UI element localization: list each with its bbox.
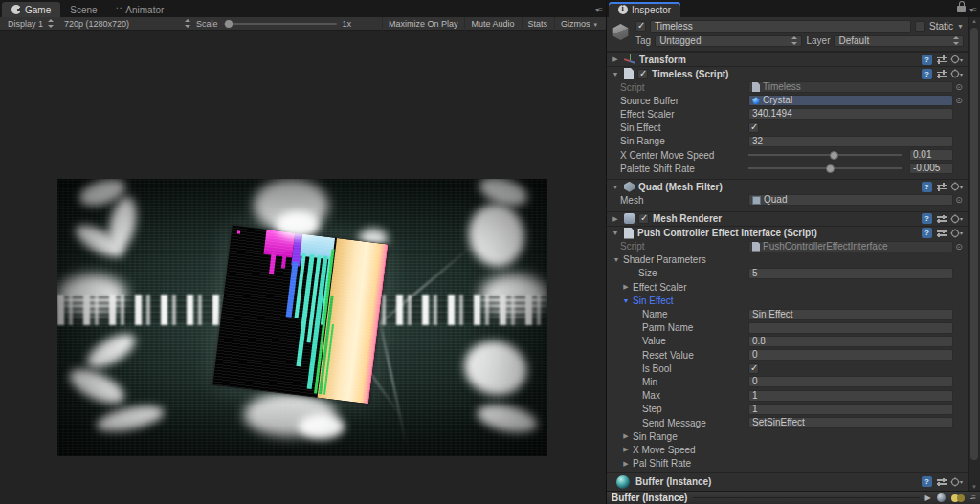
scale-slider[interactable] bbox=[224, 23, 337, 25]
source-buffer-object-field[interactable]: Crystal bbox=[748, 95, 953, 106]
component-header-transform[interactable]: ▶ Transform ▾ bbox=[607, 52, 968, 66]
object-picker-icon[interactable]: ⊙ bbox=[953, 195, 965, 205]
max-field[interactable]: 1 bbox=[748, 390, 953, 402]
object-picker-icon[interactable]: ⊙ bbox=[953, 82, 965, 92]
component-enabled-checkbox[interactable] bbox=[638, 213, 649, 224]
tab-game[interactable]: Game bbox=[2, 2, 60, 17]
mute-audio-button[interactable]: Mute Audio bbox=[464, 17, 520, 31]
inspector-scrollbar[interactable]: ▲ ▼ bbox=[968, 17, 980, 491]
help-icon[interactable] bbox=[922, 69, 932, 79]
property-label: Size bbox=[607, 268, 748, 278]
preset-icon[interactable] bbox=[937, 477, 947, 486]
component-enabled-checkbox[interactable] bbox=[637, 69, 648, 79]
sin-range-field[interactable]: 32 bbox=[748, 136, 953, 147]
component-header-meshfilter[interactable]: ▼ Quad (Mesh Filter) ▾ bbox=[607, 179, 968, 193]
name-field[interactable]: Sin Effect bbox=[748, 309, 953, 320]
property-label: Script bbox=[607, 241, 748, 252]
component-header-timeless[interactable]: ▼ Timeless (Script) ▾ bbox=[607, 66, 968, 80]
x-center-value-field[interactable]: 0.01 bbox=[909, 149, 953, 161]
preset-icon[interactable] bbox=[937, 214, 947, 223]
gear-icon[interactable]: ▾ bbox=[951, 230, 963, 237]
gear-icon[interactable]: ▾ bbox=[951, 183, 963, 190]
foldout-sin-effect[interactable]: ▼ Sin Effect bbox=[607, 294, 968, 307]
resolution-dropdown[interactable]: 720p (1280x720) bbox=[59, 17, 195, 31]
scale-slider-knob[interactable] bbox=[225, 20, 233, 28]
preset-icon[interactable] bbox=[937, 55, 947, 64]
slider-knob[interactable] bbox=[826, 164, 835, 173]
layer-dropdown[interactable]: Default bbox=[834, 35, 964, 47]
palette-value-field[interactable]: -0.005 bbox=[909, 163, 953, 174]
foldout-sin-range[interactable]: ▶ Sin Range bbox=[607, 429, 968, 443]
play-icon[interactable]: ▶ bbox=[925, 493, 931, 502]
scrollbar-thumb[interactable] bbox=[970, 28, 978, 460]
panel-menu-icon[interactable]: ▾≡ bbox=[595, 6, 602, 14]
scroll-down-icon[interactable]: ▼ bbox=[969, 484, 980, 490]
min-field[interactable]: 0 bbox=[748, 376, 953, 387]
tag-dropdown[interactable]: Untagged bbox=[655, 35, 802, 47]
maximize-on-play-button[interactable]: Maximize On Play bbox=[382, 17, 464, 31]
gear-icon[interactable]: ▾ bbox=[951, 70, 963, 77]
is-bool-checkbox[interactable] bbox=[748, 363, 759, 374]
preset-icon[interactable] bbox=[937, 183, 947, 191]
script-object-field[interactable]: Timeless bbox=[748, 81, 953, 93]
display-dropdown[interactable]: Display 1 bbox=[3, 17, 58, 31]
property-label: Effect Scaler bbox=[607, 109, 748, 120]
step-field[interactable]: 1 bbox=[748, 404, 953, 415]
stats-button[interactable]: Stats bbox=[522, 17, 554, 31]
tab-inspector[interactable]: Inspector bbox=[609, 2, 680, 17]
preview-menu-icon[interactable]: -≡ bbox=[970, 493, 975, 502]
inspector-menu-icon[interactable]: ▾≡ bbox=[969, 6, 976, 14]
object-picker-icon[interactable]: ⊙ bbox=[953, 96, 965, 105]
palette-slider[interactable] bbox=[748, 167, 902, 169]
preset-icon[interactable] bbox=[937, 70, 947, 78]
help-icon[interactable] bbox=[922, 55, 932, 65]
effect-scaler-field[interactable]: 340.1494 bbox=[748, 108, 953, 120]
component-header-meshrenderer[interactable]: ▶ Mesh Renderer ▾ bbox=[607, 211, 968, 226]
slider-knob[interactable] bbox=[830, 151, 838, 160]
gear-icon[interactable]: ▾ bbox=[951, 215, 963, 223]
object-picker-icon[interactable]: ⊙ bbox=[953, 242, 965, 252]
sphere-preview-icon[interactable] bbox=[937, 493, 946, 502]
value-field[interactable]: 0.8 bbox=[748, 336, 953, 347]
game-tabbar: Game Scene ∷ Animator ▾≡ bbox=[0, 0, 606, 17]
gameobject-icon[interactable] bbox=[612, 24, 629, 40]
foldout-pal-shift-rate[interactable]: ▶ Pal Shift Rate bbox=[607, 457, 968, 471]
sin-effect-checkbox[interactable] bbox=[748, 122, 759, 133]
static-checkbox[interactable] bbox=[915, 21, 925, 32]
foldout-icon[interactable]: ▼ bbox=[611, 71, 620, 77]
parm-name-field[interactable] bbox=[748, 322, 953, 334]
help-icon[interactable] bbox=[922, 213, 932, 224]
active-checkbox[interactable] bbox=[635, 21, 646, 32]
script-object-field[interactable]: PushControllerEffectInterface bbox=[748, 241, 953, 252]
foldout-shader-parameters[interactable]: ▼ Shader Parameters bbox=[607, 253, 968, 267]
foldout-effect-scaler[interactable]: ▶ Effect Scaler bbox=[607, 280, 968, 294]
gizmos-button[interactable]: Gizmos ▾ bbox=[554, 17, 603, 31]
property-row-palette-shift-rate: Palette Shift Rate -0.005 bbox=[607, 162, 968, 175]
foldout-icon[interactable]: ▶ bbox=[611, 55, 620, 63]
gameobject-name-field[interactable]: Timeless bbox=[650, 20, 911, 33]
gear-icon[interactable]: ▾ bbox=[951, 478, 963, 486]
static-dropdown-icon[interactable]: ▼ bbox=[957, 23, 964, 30]
material-header[interactable]: Buffer (Instance) ▾ bbox=[607, 472, 968, 491]
x-center-slider[interactable] bbox=[748, 154, 902, 156]
gear-icon[interactable]: ▾ bbox=[951, 55, 963, 63]
preset-icon[interactable] bbox=[937, 229, 947, 237]
foldout-icon[interactable]: ▼ bbox=[611, 184, 620, 190]
help-icon[interactable] bbox=[922, 476, 932, 487]
component-header-push-controller[interactable]: ▼ Push Controller Effect Interface (Scri… bbox=[607, 226, 968, 240]
tab-animator[interactable]: ∷ Animator bbox=[107, 2, 174, 17]
reset-value-field[interactable]: 0 bbox=[748, 349, 953, 361]
mesh-object-field[interactable]: Quad bbox=[748, 194, 953, 206]
lighting-preview-icon[interactable] bbox=[951, 493, 965, 502]
send-message-field[interactable]: SetSinEffect bbox=[748, 417, 953, 428]
help-icon[interactable] bbox=[922, 182, 932, 192]
scroll-up-icon[interactable]: ▲ bbox=[969, 18, 980, 24]
help-icon[interactable] bbox=[922, 228, 932, 238]
lock-icon[interactable] bbox=[957, 6, 966, 12]
size-field[interactable]: 5 bbox=[748, 268, 953, 279]
foldout-icon[interactable]: ▶ bbox=[611, 215, 620, 223]
foldout-icon[interactable]: ▼ bbox=[611, 230, 620, 236]
preview-bar[interactable]: Buffer (Instance) ▶ -≡ bbox=[607, 491, 980, 504]
foldout-x-move-speed[interactable]: ▶ X Move Speed bbox=[607, 443, 968, 456]
tab-scene[interactable]: Scene bbox=[60, 2, 106, 17]
